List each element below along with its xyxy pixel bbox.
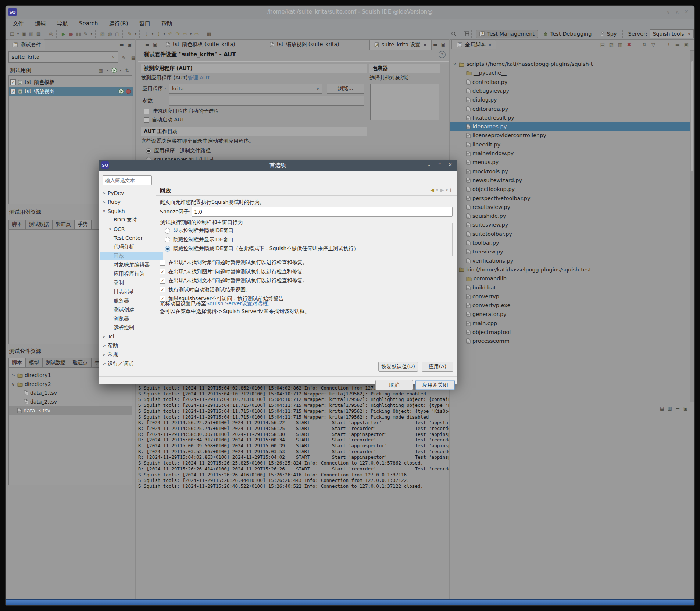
object-picker-icon[interactable]: ✎ [82, 30, 89, 38]
checkbox-icon[interactable]: ✓ [10, 89, 16, 94]
redo-icon[interactable]: ↷ [174, 30, 181, 38]
chevron-right-icon[interactable]: > [102, 352, 106, 357]
playback-checkbox[interactable]: ✓在出现“未找到文本”问题时暂停测试执行以进行检查和修复。 [160, 277, 308, 284]
playback-checkbox[interactable]: 在出现“未找到对象”问题时暂停测试执行以进行检查和修复。 [160, 259, 308, 266]
apply-button[interactable]: 应用(A) [422, 362, 453, 372]
open-icon[interactable]: ▥ [617, 40, 624, 49]
menu-编辑[interactable]: 编辑 [35, 20, 46, 27]
new-report-icon[interactable]: ▧ [99, 30, 106, 38]
pref-tree-item-OCR[interactable]: >OCR [100, 225, 163, 234]
application-combobox[interactable]: krita ∨ [169, 84, 322, 94]
tab-test-suites[interactable]: 测试套件 [7, 39, 45, 50]
pref-tree-item-录制[interactable]: 录制 [100, 278, 163, 287]
script-tree-file[interactable]: suitetoolbar.py [450, 230, 695, 238]
script-tree-file[interactable]: toolbar.py [450, 238, 695, 247]
web-lookup-icon[interactable]: ◍ [107, 30, 113, 38]
playback-radio[interactable]: 显示控制栏并隐藏IDE窗口 [165, 227, 233, 234]
case-tab-测试数据[interactable]: 测试数据 [25, 220, 53, 229]
edit-suite-icon[interactable]: ✎ [121, 54, 127, 62]
script-tree-folder[interactable]: ∨bin (/home/kati/hasselpogg-plugins/squi… [450, 265, 695, 274]
suite-tab-验证点[interactable]: 验证点 [69, 358, 92, 367]
script-tree-file[interactable]: editorarea.py [450, 104, 695, 113]
scrollbar[interactable] [690, 50, 694, 402]
script-tree-file[interactable]: convertvp.exe [450, 301, 695, 310]
maximize-icon[interactable]: ▣ [683, 406, 688, 411]
script-tree-file[interactable]: mainwindow.py [450, 149, 695, 158]
pref-tree-item-浏览器[interactable]: 浏览器 [100, 315, 163, 323]
dropdown-icon[interactable]: ▾ [106, 66, 109, 74]
undo-icon[interactable]: ↶ [167, 30, 174, 38]
dropdown-icon[interactable]: ▾ [16, 30, 20, 38]
browse-button[interactable]: 浏览... [327, 84, 364, 94]
sort-icon[interactable]: ⇅ [124, 66, 131, 74]
dropdown-icon[interactable]: ▾ [189, 30, 193, 38]
paste-icon[interactable]: ▥ [28, 30, 35, 38]
close-icon[interactable]: × [488, 42, 492, 47]
new-testcase-icon[interactable]: ▧ [97, 66, 104, 74]
pref-tree-item-回放[interactable]: 回放 [100, 252, 163, 260]
object-search-icon[interactable]: ◎ [48, 30, 54, 38]
script-tree-file[interactable]: mocktools.py [450, 167, 695, 176]
minimize-icon[interactable]: ∨ [667, 9, 670, 15]
dropdown-icon[interactable]: ▾ [446, 188, 448, 192]
script-tree-file[interactable]: resultsview.py [450, 203, 695, 212]
perspective-spy[interactable]: Spy [597, 30, 620, 38]
forward-icon[interactable]: ▶ [440, 187, 444, 193]
run-testcases-icon[interactable] [111, 66, 117, 74]
suite-resource-file[interactable]: data_1.tsv [9, 388, 132, 397]
view-menu-icon[interactable]: ⁞ [450, 187, 451, 193]
filter-input[interactable] [103, 175, 152, 185]
pref-tree-item-测试创建[interactable]: 测试创建 [100, 305, 163, 314]
maximize-icon[interactable]: ▣ [153, 42, 157, 47]
test-case-row[interactable]: ✓tst_颜色模板 [9, 78, 133, 87]
export-icon[interactable]: ⇧ [155, 30, 162, 38]
back-icon[interactable]: ⇦ [182, 30, 188, 38]
pref-tree-item-PyDev[interactable]: >PyDev [100, 189, 157, 198]
cancel-button[interactable]: 取消 [375, 380, 413, 390]
maximize-icon[interactable]: ∧ [675, 9, 679, 15]
annotate-icon[interactable]: ✎ [126, 30, 133, 38]
wrapper-listbox[interactable] [370, 84, 439, 120]
script-tree-file[interactable]: squishide.py [450, 212, 695, 220]
script-tree-file[interactable]: dialog.py [450, 95, 695, 104]
script-tree-file[interactable]: debugview.py [450, 86, 695, 95]
record-testcase-icon[interactable] [126, 89, 131, 94]
pref-tree-item-代码分析[interactable]: 代码分析 [100, 242, 163, 251]
record-icon[interactable]: ● [68, 30, 74, 38]
script-tree-folder[interactable]: __pycache__ [450, 68, 695, 77]
maximize-icon[interactable]: ▣ [683, 40, 690, 49]
script-tree-file[interactable]: newsuitewizard.py [450, 176, 695, 185]
pref-tree-item-Squish[interactable]: ∨Squish [100, 207, 157, 216]
dropdown-icon[interactable]: ▾ [119, 66, 122, 74]
script-tree-file[interactable]: processcomm [450, 337, 695, 345]
script-tree-file[interactable]: build.bat [450, 283, 695, 292]
script-tree-file[interactable]: main.cpp [450, 319, 695, 328]
server-combobox[interactable]: Squish tools∨ [650, 29, 694, 38]
dropdown-icon[interactable]: ▾ [162, 30, 166, 38]
new-test-suite-icon[interactable]: ▤ [9, 30, 15, 38]
snooze-input[interactable] [192, 207, 453, 217]
close-icon[interactable]: ✕ [448, 162, 452, 167]
script-tree-file[interactable]: convertvp [450, 292, 695, 301]
menu-运行(R)[interactable]: 运行(R) [109, 20, 128, 27]
test-case-row[interactable]: ✓tst_缩放视图 [9, 87, 133, 96]
editor-tab-inactive[interactable]: tst_缩放视图 (suite_krita) [265, 39, 344, 49]
pref-tree-item-常规[interactable]: >常规 [100, 350, 157, 359]
menu-帮助[interactable]: 帮助 [161, 20, 172, 27]
link-editor-icon[interactable]: ▥ [668, 406, 672, 411]
chevron-right-icon[interactable]: > [102, 200, 106, 205]
import-icon[interactable]: ⇩ [143, 30, 150, 38]
playback-radio[interactable]: 隐藏控制栏并隐藏IDE窗口（在此模式下，Squish不提供任何UI来停止测试执行… [165, 245, 359, 252]
case-tab-验证点[interactable]: 验证点 [52, 220, 75, 229]
maximize-icon[interactable]: ▣ [128, 42, 132, 47]
close-icon[interactable]: ✕ [684, 9, 689, 15]
pause-icon[interactable]: ▮▮ [75, 30, 82, 38]
script-tree-file[interactable]: objectlookup.py [450, 185, 695, 193]
suite-tab-模型[interactable]: 模型 [25, 358, 43, 367]
pref-tree-item-运行／调试[interactable]: >运行／调试 [100, 359, 157, 368]
pref-tree-item-应用程序行为[interactable]: 应用程序行为 [100, 270, 163, 278]
pref-tree-item-Tcl[interactable]: >Tcl [100, 332, 157, 341]
minimize-icon[interactable]: ▬ [674, 40, 681, 49]
arguments-input[interactable] [169, 96, 364, 106]
filter-icon[interactable]: ▽ [650, 40, 657, 49]
